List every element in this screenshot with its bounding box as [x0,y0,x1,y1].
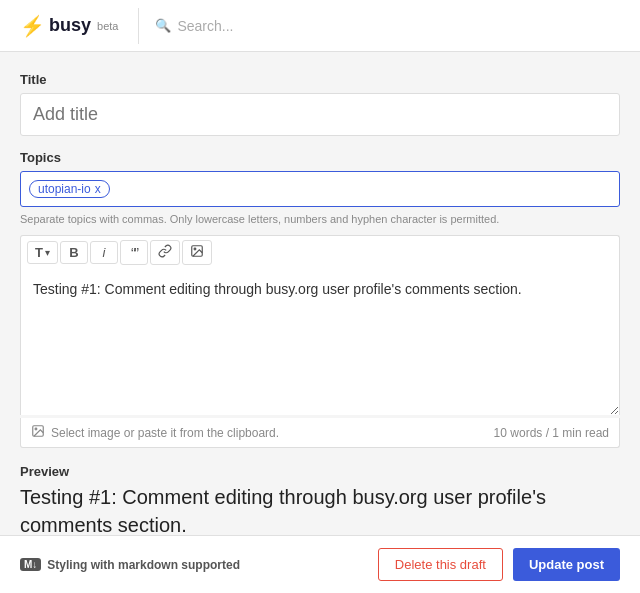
search-area[interactable]: 🔍 Search... [155,18,233,34]
logo-beta: beta [97,20,118,32]
svg-point-3 [35,428,37,430]
footer-buttons: Delete this draft Update post [378,548,620,581]
link-icon [158,244,172,261]
image-bottom-icon [31,424,45,441]
image-select-label: Select image or paste it from the clipbo… [51,426,279,440]
heading-dropdown-icon: ▾ [45,247,50,258]
delete-draft-button[interactable]: Delete this draft [378,548,503,581]
svg-point-1 [194,248,196,250]
image-select-area[interactable]: Select image or paste it from the clipbo… [31,424,279,441]
title-input[interactable] [20,93,620,136]
app-header: ⚡ busy beta 🔍 Search... [0,0,640,52]
search-placeholder: Search... [177,18,233,34]
title-section: Title [20,72,620,136]
markdown-badge: M↓ [20,558,41,571]
markdown-label: Styling with markdown supported [47,558,240,572]
toolbar-quote-btn[interactable]: “” [120,240,148,265]
toolbar-link-btn[interactable] [150,240,180,265]
toolbar-heading-btn[interactable]: T ▾ [27,241,58,264]
update-post-button[interactable]: Update post [513,548,620,581]
logo-text: busy [49,15,91,36]
main-content: Title Topics utopian-io x Separate topic… [0,52,640,593]
editor-textarea[interactable]: Testing #1: Comment editing through busy… [20,269,620,415]
image-toolbar-icon [190,244,204,261]
preview-label: Preview [20,464,620,479]
topic-tag-remove[interactable]: x [95,182,101,196]
search-icon: 🔍 [155,18,171,33]
topics-input-area[interactable]: utopian-io x [20,171,620,207]
editor-bottom-bar: Select image or paste it from the clipbo… [20,418,620,448]
toolbar-italic-btn[interactable]: i [90,241,118,264]
toolbar-image-btn[interactable] [182,240,212,265]
preview-text: Testing #1: Comment editing through busy… [20,483,620,539]
heading-icon: T [35,245,43,260]
quote-icon: “” [131,244,137,261]
logo: ⚡ busy beta [20,14,118,38]
topics-label: Topics [20,150,620,165]
title-label: Title [20,72,620,87]
bolt-icon: ⚡ [20,14,45,38]
topics-section: Topics utopian-io x [20,150,620,207]
editor-toolbar: T ▾ B i “” [20,235,620,269]
italic-icon: i [103,245,106,260]
topic-tag-text: utopian-io [38,182,91,196]
topics-hint: Separate topics with commas. Only lowerc… [20,213,620,225]
toolbar-bold-btn[interactable]: B [60,241,88,264]
bold-icon: B [69,245,78,260]
footer: M↓ Styling with markdown supported Delet… [0,535,640,593]
markdown-info: M↓ Styling with markdown supported [20,558,240,572]
header-divider [138,8,139,44]
word-count: 10 words / 1 min read [494,426,609,440]
topic-tag: utopian-io x [29,180,110,198]
